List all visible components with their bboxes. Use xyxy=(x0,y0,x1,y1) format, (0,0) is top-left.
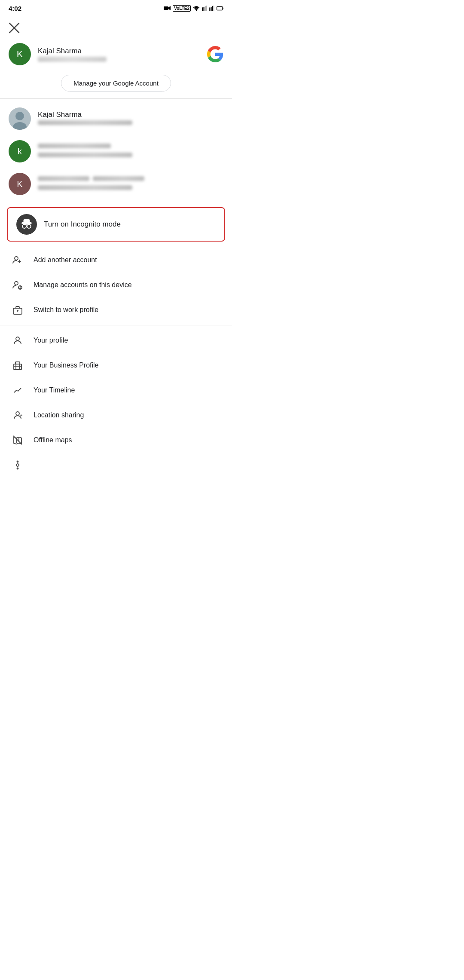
work-profile-item[interactable]: Switch to work profile xyxy=(0,297,232,322)
svg-point-14 xyxy=(15,112,24,120)
business-profile-label: Your Business Profile xyxy=(34,361,99,369)
manage-account-wrap: Manage your Google Account xyxy=(0,71,232,98)
business-icon xyxy=(12,360,23,371)
your-profile-label: Your profile xyxy=(34,337,68,344)
signal1-icon xyxy=(202,6,207,11)
work-profile-label: Switch to work profile xyxy=(34,306,98,314)
timeline-label: Your Timeline xyxy=(34,386,75,394)
incognito-icon xyxy=(16,214,37,235)
name-blur-2 xyxy=(38,144,111,148)
avatar-2: k xyxy=(9,140,31,162)
list-item[interactable]: K xyxy=(0,168,232,200)
svg-rect-4 xyxy=(203,6,204,11)
manage-accounts-label: Manage accounts on this device xyxy=(34,281,132,289)
svg-point-39 xyxy=(16,464,19,466)
svg-rect-6 xyxy=(206,6,207,11)
svg-rect-8 xyxy=(211,6,211,11)
google-logo xyxy=(207,46,223,62)
offline-maps-label: Offline maps xyxy=(34,436,72,444)
person-add-icon xyxy=(12,254,23,266)
account-info-3 xyxy=(38,176,144,192)
svg-point-2 xyxy=(196,10,197,11)
avatar-photo xyxy=(9,107,31,130)
svg-rect-10 xyxy=(214,6,214,11)
menu-section-profile: Your profile Your Business Profile Your … xyxy=(0,325,232,480)
account-info: Kajal Sharma xyxy=(38,47,200,62)
account-header: K Kajal Sharma xyxy=(0,37,232,71)
add-account-label: Add another account xyxy=(34,256,97,264)
svg-rect-0 xyxy=(164,6,168,10)
volte-badge: VoLTE2 xyxy=(173,5,191,12)
account-email-blurred xyxy=(38,57,107,62)
location-sharing-label: Location sharing xyxy=(34,411,84,419)
svg-rect-3 xyxy=(202,7,203,11)
account-name: Kajal Sharma xyxy=(38,47,200,55)
svg-point-40 xyxy=(17,461,18,462)
add-account-item[interactable]: Add another account xyxy=(0,248,232,273)
list-item[interactable]: k xyxy=(0,135,232,168)
location-sharing-item[interactable]: Location sharing xyxy=(0,403,232,428)
manage-accounts-icon xyxy=(12,279,23,291)
signal2-icon xyxy=(209,6,214,11)
svg-point-21 xyxy=(15,257,18,260)
battery-icon xyxy=(217,6,223,11)
wifi-icon xyxy=(193,6,200,11)
more-icon xyxy=(12,459,23,471)
status-time: 4:02 xyxy=(9,5,21,12)
email-blur-3 xyxy=(38,185,132,190)
svg-rect-9 xyxy=(212,6,213,11)
svg-point-18 xyxy=(22,224,26,228)
account-info-1: Kajal Sharma xyxy=(38,110,132,127)
incognito-mode-item[interactable]: Turn on Incognito mode xyxy=(7,207,225,242)
offline-maps-item[interactable]: Offline maps xyxy=(0,428,232,453)
map-icon xyxy=(12,435,23,446)
avatar-3: K xyxy=(9,173,31,195)
timeline-item[interactable]: Your Timeline xyxy=(0,378,232,403)
manage-account-button[interactable]: Manage your Google Account xyxy=(61,75,171,92)
status-bar: 4:02 VoLTE2 xyxy=(0,0,232,15)
svg-point-41 xyxy=(17,468,18,469)
work-icon xyxy=(12,304,23,315)
close-button[interactable] xyxy=(0,15,232,37)
svg-point-24 xyxy=(15,282,18,285)
list-item[interactable]: Kajal Sharma xyxy=(0,102,232,135)
timeline-icon xyxy=(12,385,23,396)
camera-icon xyxy=(164,6,171,11)
svg-point-19 xyxy=(27,224,31,228)
svg-rect-12 xyxy=(223,7,223,9)
svg-rect-17 xyxy=(24,219,30,224)
name-blur-3 xyxy=(38,176,89,181)
menu-section-accounts: Add another account Manage accounts on t… xyxy=(0,245,232,325)
manage-accounts-item[interactable]: Manage accounts on this device xyxy=(0,273,232,297)
location-icon xyxy=(12,410,23,421)
account-list: Kajal Sharma k K xyxy=(0,99,232,204)
incognito-label: Turn on Incognito mode xyxy=(44,220,121,229)
svg-rect-32 xyxy=(14,364,21,370)
svg-point-31 xyxy=(16,337,19,340)
svg-rect-5 xyxy=(205,6,206,11)
name-blur-3b xyxy=(93,176,144,181)
status-icons: VoLTE2 xyxy=(164,5,223,12)
svg-rect-7 xyxy=(209,7,210,11)
svg-point-35 xyxy=(16,412,19,415)
person-icon xyxy=(12,335,23,346)
svg-rect-11 xyxy=(217,6,223,10)
svg-marker-1 xyxy=(168,6,171,10)
more-item[interactable] xyxy=(0,453,232,478)
business-profile-item[interactable]: Your Business Profile xyxy=(0,353,232,378)
email-blur-2 xyxy=(38,153,132,157)
email-blur-1 xyxy=(38,120,132,125)
your-profile-item[interactable]: Your profile xyxy=(0,328,232,353)
avatar: K xyxy=(9,43,31,65)
svg-rect-33 xyxy=(15,362,20,364)
account-name-1: Kajal Sharma xyxy=(38,110,132,119)
account-info-2 xyxy=(38,144,132,159)
